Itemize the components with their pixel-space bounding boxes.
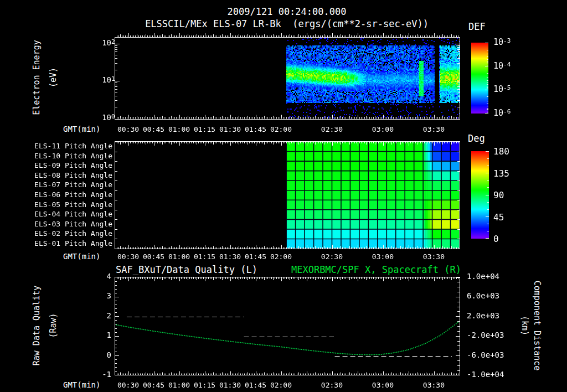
quality-y-tick-label: 2 — [107, 311, 111, 320]
deg-colorbar-tick-label: 135 — [493, 168, 509, 179]
spectrogram-y-tick-label: 100 — [102, 113, 111, 122]
x-tick-label-row1: 03:00 — [372, 125, 394, 133]
x-tick-label-row2: 01:30 — [219, 252, 241, 261]
els-summary-plot: 2009/121 00:24:00.000 ELSSCIL/MEx ELS-07… — [0, 0, 567, 392]
x-tick-label-row2: 01:15 — [194, 252, 215, 261]
deg-colorbar-tick-label: 90 — [493, 190, 504, 200]
x-tick-label-row3: 01:45 — [245, 381, 266, 389]
x-tick-label-row3: 01:30 — [219, 381, 241, 389]
quality-y-tick-label: -1 — [102, 370, 111, 379]
x-tick-label-row1: 02:00 — [270, 125, 292, 133]
x-tick-label-row3: 01:15 — [194, 381, 215, 389]
x-tick-label-row2: 01:00 — [168, 252, 190, 261]
distance-y-tick-label: -2.0e+03 — [467, 331, 504, 339]
flux-colorbar-tick-label: 10-5 — [493, 84, 503, 94]
x-tick-label-row1: 01:45 — [245, 125, 266, 133]
distance-y-tick-label: -6.0e+03 — [467, 350, 504, 359]
x-tick-label-row1: 01:00 — [168, 125, 190, 133]
x-tick-label-row2: 00:45 — [143, 252, 164, 261]
pitch-row-label: ELS-07 Pitch Angle — [34, 180, 112, 189]
x-tick-label-row2: 02:00 — [270, 252, 292, 261]
distance-y-tick-label: -1.0e+04 — [467, 370, 504, 379]
distance-y-tick-label: 1.0e+04 — [467, 272, 499, 281]
flux-colorbar-tick-label: 10-6 — [493, 108, 503, 118]
x-tick-label-row1: 02:30 — [321, 125, 343, 133]
x-tick-label-row3: 02:00 — [270, 381, 292, 389]
x-tick-label-row1: 03:30 — [423, 125, 445, 133]
quality-y-tick-label: 1 — [107, 331, 111, 339]
x-tick-label-row2: 03:00 — [372, 252, 394, 261]
x-tick-label-row2: 00:30 — [117, 252, 139, 261]
deg-colorbar-tick-label: 0 — [493, 234, 499, 244]
x-tick-label-row2: 02:30 — [321, 252, 343, 261]
pitch-row-label: ELS-08 Pitch Angle — [34, 171, 112, 179]
distance-y-tick-label: 2.0e+03 — [467, 311, 499, 320]
pitch-row-label: ELS-09 Pitch Angle — [34, 161, 112, 169]
pitch-row-label: ELS-05 Pitch Angle — [34, 200, 112, 209]
pitch-row-label: ELS-11 Pitch Angle — [34, 142, 112, 150]
x-tick-label-row1: 01:15 — [194, 125, 215, 133]
flux-colorbar-tick-label: 10-3 — [493, 37, 503, 47]
pitch-row-label: ELS-01 Pitch Angle — [34, 239, 112, 247]
x-tick-label-row3: 03:30 — [423, 381, 445, 389]
spectrogram-y-tick-label: 101 — [102, 75, 111, 84]
deg-colorbar-tick-label: 180 — [493, 146, 509, 157]
pitch-row-label: ELS-06 Pitch Angle — [34, 190, 112, 199]
x-tick-label-row3: 03:00 — [372, 381, 394, 389]
x-tick-label-row1: 00:45 — [143, 125, 164, 133]
pitch-row-label: ELS-10 Pitch Angle — [34, 152, 112, 160]
flux-colorbar-tick-label: 10-4 — [493, 61, 503, 71]
deg-colorbar-tick-label: 45 — [493, 212, 504, 223]
spectrogram-y-tick-label: 102 — [102, 38, 111, 47]
quality-y-tick-label: 3 — [107, 291, 111, 300]
x-tick-label-row3: 00:30 — [117, 381, 139, 389]
quality-y-tick-label: 0 — [107, 350, 111, 359]
x-tick-label-row2: 01:45 — [245, 252, 266, 261]
pitch-row-label: ELS-03 Pitch Angle — [34, 220, 112, 228]
generated-labels-layer: 10210110010-310-410-510-618013590450ELS-… — [0, 0, 567, 392]
x-tick-label-row3: 02:30 — [321, 381, 343, 389]
pitch-row-label: ELS-02 Pitch Angle — [34, 229, 112, 238]
x-tick-label-row3: 00:45 — [143, 381, 164, 389]
quality-y-tick-label: 4 — [107, 272, 111, 281]
x-tick-label-row2: 03:30 — [423, 252, 445, 261]
x-tick-label-row1: 01:30 — [219, 125, 241, 133]
x-tick-label-row3: 01:00 — [168, 381, 190, 389]
distance-y-tick-label: 6.0e+03 — [467, 291, 499, 300]
pitch-row-label: ELS-04 Pitch Angle — [34, 210, 112, 218]
x-tick-label-row1: 00:30 — [117, 125, 139, 133]
